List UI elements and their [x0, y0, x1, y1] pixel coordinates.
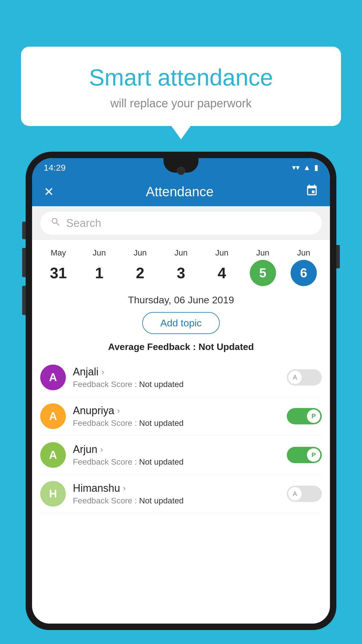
bubble-subtitle: will replace your paperwork	[38, 97, 324, 110]
date-month: Jun	[80, 248, 118, 258]
speech-bubble: Smart attendance will replace your paper…	[21, 47, 341, 126]
date-month: Jun	[203, 248, 241, 258]
date-number[interactable]: 3	[168, 260, 194, 286]
date-number[interactable]: 5	[250, 260, 276, 286]
date-number[interactable]: 1	[86, 260, 112, 286]
search-container: Search	[32, 206, 330, 240]
student-info: Himanshu ›Feedback Score : Not updated	[73, 482, 280, 505]
date-month: Jun	[244, 248, 282, 258]
date-cell[interactable]: Jun6	[285, 248, 323, 286]
phone-screen: 14:29 ▾▾ ▲ ▮ ✕ Attendance	[32, 158, 330, 624]
feedback-value: Not updated	[139, 419, 184, 428]
student-feedback: Feedback Score : Not updated	[73, 419, 280, 428]
battery-icon: ▮	[314, 163, 318, 172]
phone-outer: 14:29 ▾▾ ▲ ▮ ✕ Attendance	[26, 152, 336, 630]
feedback-value: Not updated	[139, 496, 184, 505]
feedback-value: Not updated	[139, 457, 184, 466]
student-avatar: A	[40, 365, 66, 390]
student-info: Anjali ›Feedback Score : Not updated	[73, 366, 280, 389]
date-cell[interactable]: Jun3	[162, 248, 200, 286]
bubble-title: Smart attendance	[38, 64, 324, 91]
phone-vol-up-button	[22, 248, 26, 277]
add-topic-container: Add topic	[32, 309, 330, 339]
app-header: ✕ Attendance	[32, 177, 330, 206]
search-bar[interactable]: Search	[40, 211, 322, 235]
selected-date-label: Thursday, 06 June 2019	[32, 289, 330, 309]
date-month: Jun	[121, 248, 159, 258]
header-title: Attendance	[146, 184, 214, 200]
student-name: Himanshu ›	[73, 482, 280, 494]
avg-feedback: Average Feedback : Not Updated	[32, 339, 330, 358]
phone-volume-button	[336, 245, 340, 268]
status-icons: ▾▾ ▲ ▮	[292, 163, 318, 172]
date-cell[interactable]: Jun1	[80, 248, 118, 286]
phone-notch	[164, 158, 198, 173]
student-avatar: A	[40, 442, 66, 468]
student-item[interactable]: AAnjali ›Feedback Score : Not updatedA	[40, 358, 322, 397]
date-month: Jun	[285, 248, 323, 258]
chevron-icon: ›	[123, 484, 126, 493]
student-info: Anupriya ›Feedback Score : Not updated	[73, 405, 280, 428]
search-input[interactable]: Search	[66, 217, 101, 230]
toggle-knob: A	[288, 371, 302, 384]
student-feedback: Feedback Score : Not updated	[73, 457, 280, 467]
student-item[interactable]: AAnupriya ›Feedback Score : Not updatedP	[40, 397, 322, 436]
speech-bubble-container: Smart attendance will replace your paper…	[21, 47, 341, 126]
date-number[interactable]: 6	[291, 260, 317, 286]
attendance-toggle[interactable]: A	[287, 369, 322, 386]
close-button[interactable]: ✕	[44, 185, 54, 199]
phone-vol-down-button	[22, 286, 26, 315]
avg-feedback-value: Not Updated	[198, 342, 254, 352]
toggle-knob: A	[288, 487, 302, 501]
signal-icon: ▲	[303, 163, 311, 172]
attendance-toggle[interactable]: A	[287, 486, 322, 502]
date-cell[interactable]: Jun2	[121, 248, 159, 286]
phone-camera	[177, 167, 185, 175]
attendance-toggle[interactable]: P	[287, 408, 322, 424]
date-month: May	[39, 248, 77, 258]
student-list: AAnjali ›Feedback Score : Not updatedAAA…	[32, 358, 330, 513]
search-icon	[50, 217, 61, 230]
student-name: Anjali ›	[73, 366, 280, 378]
status-time: 14:29	[44, 163, 66, 173]
date-month: Jun	[162, 248, 200, 258]
student-avatar: H	[40, 481, 66, 507]
feedback-value: Not updated	[139, 380, 184, 389]
student-feedback: Feedback Score : Not updated	[73, 380, 280, 389]
avg-feedback-prefix: Average Feedback :	[108, 342, 198, 352]
add-topic-button[interactable]: Add topic	[142, 312, 220, 334]
wifi-icon: ▾▾	[292, 163, 300, 172]
chevron-icon: ›	[101, 367, 104, 377]
date-number[interactable]: 4	[209, 260, 235, 286]
student-name: Anupriya ›	[73, 405, 280, 417]
student-item[interactable]: AArjun ›Feedback Score : Not updatedP	[40, 436, 322, 475]
calendar-row: May31Jun1Jun2Jun3Jun4Jun5Jun6	[32, 240, 330, 289]
student-item[interactable]: HHimanshu ›Feedback Score : Not updatedA	[40, 475, 322, 513]
date-number[interactable]: 31	[45, 260, 71, 286]
phone-power-button	[22, 222, 26, 239]
toggle-knob: P	[307, 448, 320, 462]
student-feedback: Feedback Score : Not updated	[73, 496, 280, 505]
student-avatar: A	[40, 403, 66, 429]
phone-container: 14:29 ▾▾ ▲ ▮ ✕ Attendance	[26, 152, 336, 644]
chevron-icon: ›	[100, 445, 103, 454]
date-cell[interactable]: May31	[39, 248, 77, 286]
student-info: Arjun ›Feedback Score : Not updated	[73, 443, 280, 467]
student-name: Arjun ›	[73, 443, 280, 456]
attendance-toggle[interactable]: P	[287, 447, 322, 463]
chevron-icon: ›	[117, 406, 120, 415]
toggle-knob: P	[307, 410, 320, 423]
date-cell[interactable]: Jun4	[203, 248, 241, 286]
calendar-icon[interactable]	[305, 184, 318, 200]
date-number[interactable]: 2	[127, 260, 153, 286]
date-cell[interactable]: Jun5	[244, 248, 282, 286]
